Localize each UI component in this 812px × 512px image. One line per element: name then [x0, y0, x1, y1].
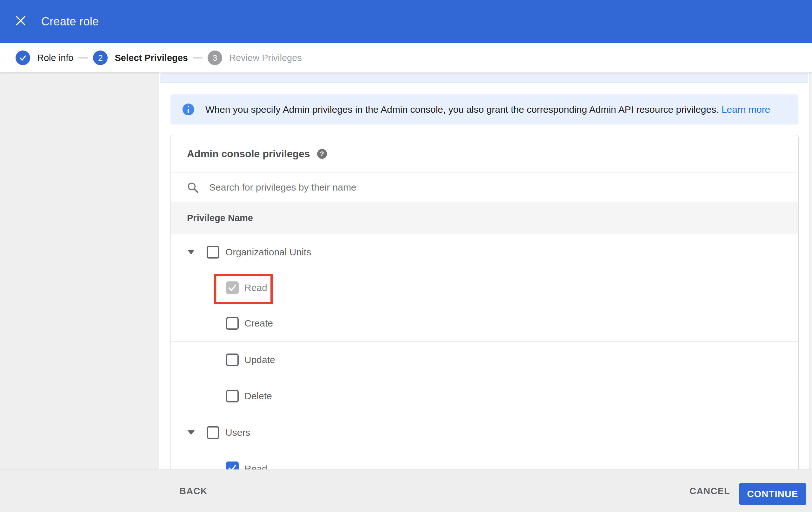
learn-more-link[interactable]: Learn more	[722, 104, 770, 115]
table-row: Create	[171, 305, 799, 342]
checkbox-update[interactable]	[226, 353, 239, 366]
card-header: Admin console privileges ?	[171, 135, 799, 172]
help-icon[interactable]: ?	[317, 149, 327, 159]
check-icon	[226, 281, 239, 294]
banner-text: When you specify Admin privileges in the…	[205, 104, 770, 115]
table-row: Users	[171, 414, 799, 451]
step-label: Review Privileges	[229, 53, 302, 63]
privilege-label: Read	[244, 282, 267, 293]
column-header-label: Privilege Name	[187, 213, 253, 223]
back-button[interactable]: BACK	[179, 486, 208, 496]
checkbox-read-checked-disabled[interactable]	[226, 281, 239, 294]
banner-message: When you specify Admin privileges in the…	[205, 104, 719, 115]
step-done-circle	[16, 51, 30, 65]
check-icon	[19, 54, 27, 62]
info-banner: When you specify Admin privileges in the…	[171, 94, 799, 125]
create-role-dialog: Create role Role info 2 Select Privilege…	[0, 0, 812, 512]
page-title: Create role	[41, 0, 99, 43]
check-icon	[226, 461, 239, 469]
privilege-label: Delete	[244, 391, 272, 402]
scrolled-element-edge	[160, 73, 808, 83]
step-review-privileges[interactable]: 3 Review Privileges	[208, 51, 302, 65]
scrollbar[interactable]	[809, 73, 812, 469]
chevron-down-icon[interactable]	[187, 430, 195, 435]
step-active-circle: 2	[93, 51, 108, 65]
checkbox-read-checked[interactable]	[226, 461, 239, 469]
privilege-label: Read	[244, 462, 267, 469]
card-title: Admin console privileges	[187, 148, 310, 160]
step-select-privileges[interactable]: 2 Select Privileges	[93, 51, 188, 65]
admin-privileges-card: Admin console privileges ? Search for pr…	[171, 135, 799, 469]
footer-bar: BACK CANCEL CONTINUE	[0, 469, 812, 512]
step-label: Role info	[37, 53, 73, 63]
privilege-label: Update	[244, 354, 275, 365]
table-row: Read	[171, 270, 799, 305]
step-connector	[79, 57, 88, 58]
table-column-header: Privilege Name	[171, 202, 799, 234]
checkbox-users[interactable]	[207, 426, 219, 439]
cancel-button[interactable]: CANCEL	[690, 486, 730, 496]
table-row: Delete	[171, 378, 799, 414]
app-bar: Create role	[0, 0, 812, 43]
table-row: Update	[171, 342, 799, 378]
close-icon[interactable]	[16, 16, 25, 25]
checkbox-create[interactable]	[226, 317, 239, 330]
step-role-info[interactable]: Role info	[16, 51, 73, 65]
privilege-search[interactable]: Search for privileges by their name	[171, 172, 799, 202]
table-row: Organizational Units	[171, 234, 799, 270]
search-placeholder: Search for privileges by their name	[209, 182, 356, 193]
privilege-label: Users	[225, 427, 250, 438]
privilege-label: Organizational Units	[225, 247, 311, 258]
step-future-circle: 3	[208, 51, 222, 65]
step-connector	[193, 57, 203, 58]
step-number: 3	[213, 53, 217, 63]
content-area: When you specify Admin privileges in the…	[159, 73, 812, 469]
privilege-label: Create	[244, 318, 273, 329]
checkbox-delete[interactable]	[226, 390, 239, 402]
left-panel	[0, 73, 159, 469]
table-row: Read	[171, 451, 799, 469]
step-number: 2	[98, 53, 103, 63]
continue-button[interactable]: CONTINUE	[739, 483, 806, 505]
search-icon	[187, 182, 198, 193]
chevron-down-icon[interactable]	[187, 250, 195, 254]
info-icon	[182, 104, 194, 115]
checkbox-organizational-units[interactable]	[207, 246, 219, 259]
stepper: Role info 2 Select Privileges 3 Review P…	[0, 43, 812, 73]
step-label: Select Privileges	[115, 53, 188, 63]
